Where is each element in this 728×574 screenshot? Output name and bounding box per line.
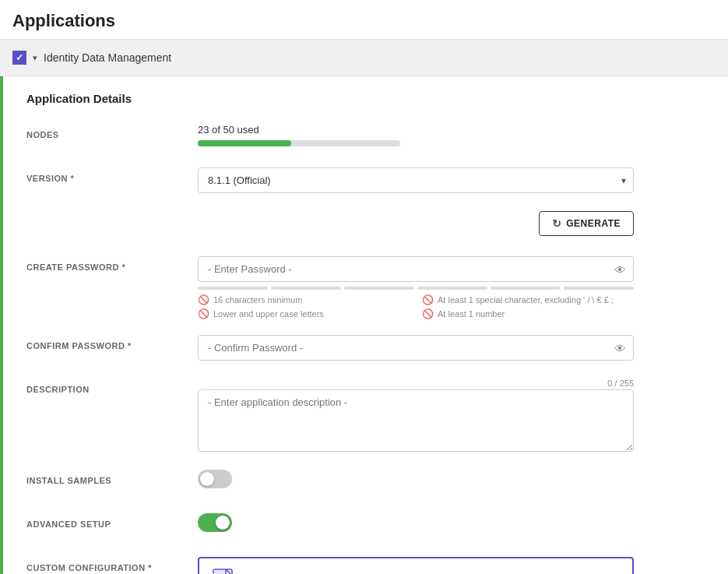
strength-seg-4 [417,287,487,290]
strength-seg-3 [344,287,414,290]
confirm-password-eye-icon[interactable]: 👁 [614,341,626,354]
hint-1-icon: 🚫 [198,294,209,305]
description-row: DESCRIPTION 0 / 255 [26,379,705,454]
confirm-password-label: CONFIRM PASSWORD * [26,335,198,350]
advanced-setup-control [198,513,705,532]
hint-3-icon: 🚫 [422,294,434,305]
nodes-used-text: 23 of 50 used [198,124,705,136]
create-password-label: CREATE PASSWORD * [26,256,198,272]
nodes-row: NODES 23 of 50 used [26,124,705,152]
advanced-setup-thumb [216,516,230,530]
section-checkbox[interactable] [12,51,26,65]
confirm-password-control: 👁 [198,335,705,361]
create-password-wrapper: 👁 [198,256,634,282]
generate-control: ↻ GENERATE [198,211,705,241]
hint-3-text: At least 1 special character, excluding … [438,295,614,305]
strength-seg-1 [198,287,268,290]
version-select-wrapper: 8.1.1 (Official) 8.0.0 7.4.1 ▾ [198,167,634,193]
confirm-password-input[interactable] [198,335,634,361]
advanced-setup-toggle[interactable] [198,513,232,532]
strength-seg-5 [491,287,561,290]
version-control: 8.1.1 (Official) 8.0.0 7.4.1 ▾ [198,167,705,193]
generate-button[interactable]: ↻ GENERATE [539,211,634,236]
hint-4-text: At least 1 number [438,309,505,319]
install-samples-row: INSTALL SAMPLES [26,470,705,498]
password-hints: 🚫 16 characters minimum 🚫 At least 1 spe… [198,294,634,319]
version-label: VERSION * [26,167,198,183]
hint-3: 🚫 At least 1 special character, excludin… [422,294,634,305]
generate-btn-label: GENERATE [566,218,621,229]
nodes-control: 23 of 50 used [198,124,705,146]
hint-2: 🚫 Lower and upper case letters [198,308,410,319]
advanced-setup-row: ADVANCED SETUP [26,513,705,541]
nodes-label: NODES [26,124,198,139]
app-details-title: Application Details [26,92,705,105]
hint-1-text: 16 characters minimum [213,295,302,305]
password-eye-icon[interactable]: 👁 [614,262,626,276]
strength-seg-2 [271,287,341,290]
custom-config-control: </> ✓ v7410export.zip 🗑 [198,557,705,574]
nodes-progress-track [198,140,400,146]
version-select[interactable]: 8.1.1 (Official) 8.0.0 7.4.1 [198,167,634,193]
confirm-password-wrapper: 👁 [198,335,634,361]
app-details-container: Application Details NODES 23 of 50 used … [0,76,728,574]
file-upload-box: </> ✓ v7410export.zip 🗑 [198,557,634,574]
confirm-password-row: CONFIRM PASSWORD * 👁 [26,335,705,363]
hint-2-icon: 🚫 [198,308,209,319]
chevron-icon[interactable]: ▾ [33,53,37,63]
description-label: DESCRIPTION [26,379,198,394]
generate-row: ↻ GENERATE [26,211,705,241]
advanced-setup-track [198,513,232,532]
description-control: 0 / 255 [198,379,705,454]
install-samples-track [198,470,232,488]
page-title: Applications [0,0,728,39]
install-samples-control [198,470,705,488]
custom-config-label: CUSTOM CONFIGURATION * [26,557,198,572]
section-header: ▾ Identity Data Management [0,39,728,76]
nodes-progress-fill [198,140,291,146]
generate-btn-row: ↻ GENERATE [198,211,634,236]
description-char-count: 0 / 255 [198,379,634,388]
install-samples-toggle[interactable] [198,470,232,488]
refresh-icon: ↻ [552,217,562,230]
file-doc-icon: </> [210,566,238,574]
create-password-input[interactable] [198,256,634,282]
file-info: </> ✓ v7410export.zip [210,566,341,574]
section-header-label: Identity Data Management [44,51,171,64]
strength-seg-6 [564,287,634,290]
custom-config-row: CUSTOM CONFIGURATION * </> ✓ v7410export… [26,557,705,574]
description-textarea[interactable] [198,389,634,452]
create-password-row: CREATE PASSWORD * 👁 🚫 16 characters mini… [26,256,705,319]
hint-4: 🚫 At least 1 number [422,308,634,319]
version-row: VERSION * 8.1.1 (Official) 8.0.0 7.4.1 ▾ [26,167,705,195]
generate-spacer-label [26,211,198,217]
advanced-setup-label: ADVANCED SETUP [26,513,198,529]
hint-1: 🚫 16 characters minimum [198,294,410,305]
install-samples-label: INSTALL SAMPLES [26,470,198,485]
password-strength-bar [198,287,634,290]
hint-2-text: Lower and upper case letters [213,309,324,319]
hint-4-icon: 🚫 [422,308,434,319]
install-samples-thumb [200,472,214,486]
create-password-control: 👁 🚫 16 characters minimum 🚫 At least 1 s… [198,256,705,319]
